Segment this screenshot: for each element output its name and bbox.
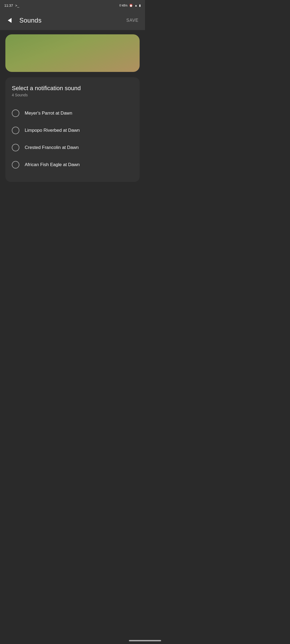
sound-label-4: African Fish Eagle at Dawn — [25, 162, 80, 167]
time-display: 11:37 — [4, 3, 13, 8]
sound-item-3[interactable]: Crested Francolin at Dawn — [12, 139, 133, 156]
sound-label-2: Limpopo Riverbed at Dawn — [25, 128, 80, 133]
sound-list-card: Select a notification sound 4 Sounds Mey… — [5, 77, 140, 182]
app-bar-left: Sounds — [4, 15, 42, 26]
status-right: 0 kB/s ⏰ ▲ ▮ — [119, 4, 141, 7]
wifi-icon: ▲ — [135, 4, 137, 7]
page-title: Sounds — [19, 17, 42, 24]
radio-button-3[interactable] — [12, 144, 19, 151]
sound-label-1: Meyer's Parrot at Dawn — [25, 111, 72, 116]
status-bar: 11:37 >_ 0 kB/s ⏰ ▲ ▮ — [0, 0, 145, 11]
battery-icon: ▮ — [139, 4, 141, 7]
save-button[interactable]: SAVE — [124, 16, 141, 25]
network-speed: 0 kB/s — [119, 4, 128, 7]
alarm-icon: ⏰ — [129, 4, 133, 7]
sound-label-3: Crested Francolin at Dawn — [25, 145, 79, 150]
radio-button-1[interactable] — [12, 109, 19, 117]
sound-item-4[interactable]: African Fish Eagle at Dawn — [12, 156, 133, 173]
radio-button-4[interactable] — [12, 161, 19, 169]
terminal-icon: >_ — [15, 3, 19, 8]
sound-item-1[interactable]: Meyer's Parrot at Dawn — [12, 105, 133, 122]
list-title: Select a notification sound — [12, 85, 133, 92]
back-arrow-icon — [8, 18, 12, 23]
status-left: 11:37 >_ — [4, 3, 19, 8]
app-bar: Sounds SAVE — [0, 11, 145, 30]
sound-item-2[interactable]: Limpopo Riverbed at Dawn — [12, 122, 133, 139]
content-area: Select a notification sound 4 Sounds Mey… — [0, 30, 145, 186]
back-button[interactable] — [4, 15, 15, 26]
radio-button-2[interactable] — [12, 127, 19, 134]
list-subtitle: 4 Sounds — [12, 93, 133, 97]
gradient-card — [5, 34, 140, 72]
